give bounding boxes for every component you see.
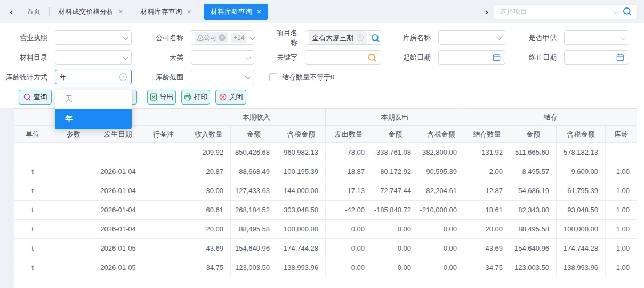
major-category-select[interactable] [191,50,254,65]
company-more-tag: +14 [231,33,247,43]
chevron-down-icon [249,34,255,39]
table-cell: t [14,239,51,258]
project-name-value: 金石大厦三期 × [309,31,367,44]
table-cell: 0.00 [326,220,372,239]
owner-supplied-select[interactable] [564,30,629,45]
table-cell: 123,003.50 [231,258,277,277]
project-select-input[interactable] [500,7,613,15]
end-date-input[interactable] [564,50,629,65]
print-button[interactable]: 打印 [181,90,210,105]
search-icon[interactable] [623,7,632,16]
table-row[interactable]: t2026-01-0460.61268,184.52303,048.50-42.… [14,201,637,220]
balance-nonzero-checkbox[interactable] [269,73,277,81]
field-label: 大类 [151,53,183,62]
table-cell: t [14,181,51,201]
table-column-header: 库龄 [606,126,637,143]
table-cell [140,143,187,162]
table-cell [140,201,187,220]
export-button[interactable]: 导出 [147,90,176,105]
table-cell [96,143,140,162]
field-keyword: 关键字 [271,50,381,65]
field-label: 材料目录 [15,53,47,62]
table-cell: 0.00 [372,258,418,277]
tab-material-age-query-active[interactable]: 材料库龄查询 × [204,4,268,20]
table-cell: 100,000.00 [277,220,326,239]
material-catalog-select[interactable] [55,50,132,65]
chevron-down-icon [245,73,251,79]
project-name-field[interactable]: 金石大厦三期 × [305,30,381,45]
table-cell: 1.00 [606,239,637,258]
dropdown-option[interactable]: 年 [55,109,132,129]
chevron-down-icon[interactable] [613,7,619,13]
table-column-header: 含税金额 [277,126,326,143]
remove-tag-icon[interactable]: × [219,34,226,41]
table-row[interactable]: t2026-01-0430.00127,433.63144,000.00-17.… [14,181,637,201]
tabs-scroll-left-icon[interactable]: ‹ [4,6,18,17]
clear-icon[interactable]: × [119,73,127,81]
table-cell: t [14,162,51,181]
table-cell: t [14,258,51,277]
table-row[interactable]: t2026-01-0420.0088,495.58100,000.000.000… [14,220,637,239]
age-stat-method-input[interactable] [60,73,119,81]
chevron-down-icon [620,34,626,39]
search-icon[interactable] [371,34,380,42]
table-column-header: 金额 [231,126,277,143]
field-label: 关键字 [271,53,297,62]
table-cell [606,143,637,162]
table-cell: -382,800.00 [418,143,464,162]
field-label: 项目名称 [271,28,297,47]
close-button[interactable]: 关闭 [215,90,246,105]
age-range-select[interactable] [191,70,254,84]
table-cell: 88,668.49 [231,162,277,181]
tab-material-price-analysis[interactable]: 材料成交价格分析 × [50,0,131,23]
table-cell: -210,000.00 [418,201,464,220]
table-row[interactable]: t2026-01-0534.75123,003.50138,993.960.00… [14,258,637,277]
age-stat-method-select[interactable]: × [55,70,132,84]
field-label: 公司名称 [151,33,183,43]
table-row[interactable]: 209.92850,426.68960,982.13-78.00-338,761… [14,143,637,162]
close-icon[interactable]: × [118,7,123,16]
project-select[interactable] [494,4,638,19]
table-cell: -90,595.39 [418,162,464,181]
company-name-select[interactable]: 总公司 × +14 [191,30,254,45]
chevron-down-icon [123,53,128,59]
business-license-select[interactable] [55,30,132,45]
field-label: 库龄范围 [151,73,183,82]
table-cell [51,239,96,258]
start-date-input[interactable] [438,50,505,65]
tab-home[interactable]: 首页 [18,0,49,23]
table-cell [51,143,96,162]
keyword-input[interactable] [310,53,368,61]
table-cell: 174,744.28 [277,239,326,258]
dropdown-option[interactable]: 天 [55,90,132,109]
table-row[interactable]: t2026-01-0420.8788,668.49100,195.39-18.8… [14,162,637,181]
table-cell [14,143,51,162]
table-cell: 34.75 [464,258,510,277]
query-button[interactable]: 查询 [19,90,52,105]
warehouse-name-select[interactable] [438,30,505,45]
table-column-header: 含税金额 [557,126,606,143]
field-warehouse-name: 库房名称 [399,30,505,45]
table-group-header: 本期发出 [326,109,464,126]
clear-icon[interactable]: × [357,34,364,41]
printer-icon [184,93,191,101]
table-cell: 268,184.52 [231,201,277,220]
stock-age-table-wrap: 本期收入本期发出结存 单位参数发生日期行备注收入数量金额含税金额发出数量金额含税… [14,108,637,277]
tabs-scroll-right-icon[interactable]: › [480,6,494,17]
table-cell: 9,600.00 [557,162,606,181]
table-cell: 2026-01-05 [96,239,140,258]
search-icon[interactable] [368,53,376,62]
company-tag[interactable]: 总公司 × [195,32,228,43]
keyword-field[interactable] [305,50,381,65]
table-cell: 8,495.57 [510,162,557,181]
table-cell: 88,495.58 [231,220,277,239]
field-label: 起始日期 [399,53,431,62]
field-project-name: 项目名称 金石大厦三期 × [271,30,381,45]
field-major-category: 大类 [151,50,254,65]
table-row[interactable]: t2026-01-0543.69154,640.96174,744.280.00… [14,239,637,258]
field-age-stat-method: 库龄统计方式 × [4,70,132,84]
close-icon[interactable]: × [257,7,261,16]
table-cell: -185,840.72 [372,201,418,220]
tab-material-inventory-query[interactable]: 材料库存查询 × [132,0,200,23]
close-icon[interactable]: × [187,7,191,16]
